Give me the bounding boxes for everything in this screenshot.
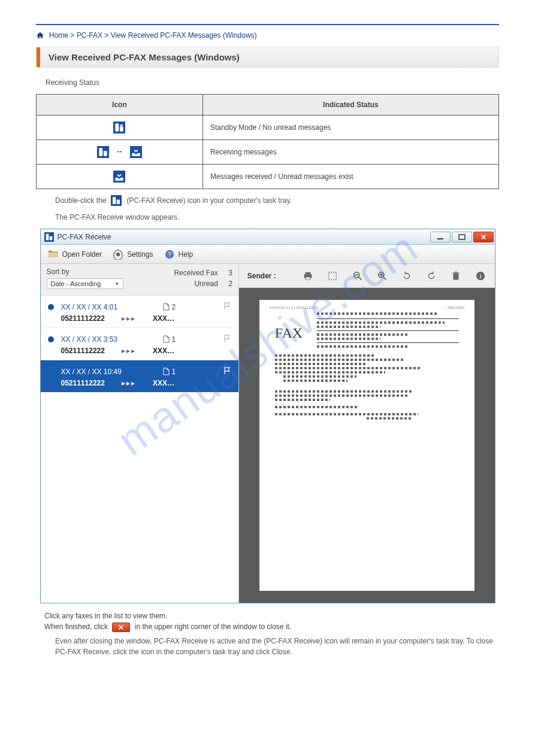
svg-rect-3	[99, 148, 102, 156]
list-item[interactable]: XX / XX / XX 4:01 2 05211112222 ▸▸▸ XXX…	[41, 296, 238, 328]
status-text: Messages received / Unread messages exis…	[202, 165, 498, 189]
sort-row: Sort by Date - Ascending Received Fax3 U…	[41, 264, 238, 296]
fax-sender: XXX…	[153, 379, 174, 387]
minimize-button[interactable]	[430, 232, 451, 242]
rotate-ccw-button[interactable]	[401, 270, 412, 282]
page-count: 1	[163, 335, 211, 344]
fax-title: FAX	[275, 325, 303, 341]
preview-area[interactable]: XX/XX/XX 11:11 05211112222 0001/0001 FAX	[239, 288, 495, 603]
step-line-2: The PC-FAX Receive window appears.	[55, 212, 499, 223]
count-block: Received Fax3 Unread2	[174, 268, 232, 289]
svg-point-11	[116, 252, 120, 256]
svg-rect-1	[120, 126, 123, 131]
sort-select[interactable]: Date - Ascending	[47, 278, 123, 289]
subsection-title: View Received PC-FAX Messages (Windows)	[40, 47, 498, 67]
fax-machine-icon	[97, 146, 109, 158]
fax-list-pane: Sort by Date - Ascending Received Fax3 U…	[41, 264, 239, 603]
menu-label: Settings	[127, 250, 153, 259]
page-count: 2	[163, 303, 211, 311]
close-button[interactable]	[473, 232, 494, 242]
fax-machine-icon	[113, 122, 125, 133]
table-row: Messages received / Unread messages exis…	[37, 165, 499, 189]
svg-rect-2	[120, 125, 123, 126]
menu-label: Open Folder	[62, 250, 102, 259]
table-header-icon: Icon	[37, 95, 203, 116]
svg-text:?: ?	[168, 250, 171, 257]
svg-rect-25	[453, 274, 458, 280]
home-icon	[36, 31, 44, 40]
svg-line-22	[383, 277, 386, 280]
svg-rect-5	[113, 197, 116, 204]
delete-button[interactable]	[450, 270, 461, 282]
subsection-header: View Received PC-FAX Messages (Windows)	[36, 47, 499, 68]
help-icon: ?	[164, 250, 175, 259]
print-button[interactable]	[303, 270, 314, 282]
open-folder-button[interactable]: Open Folder	[48, 250, 102, 259]
inbox-download-icon	[130, 146, 142, 158]
gear-icon	[113, 250, 123, 259]
step-line: Double-click the (PC-FAX Receive) icon i…	[55, 195, 499, 206]
table-row: ↔ Receiving messages	[37, 140, 499, 165]
folder-icon	[48, 250, 59, 259]
app-icon	[44, 232, 54, 242]
page-top-rule	[36, 24, 499, 25]
breadcrumb-text: Home > PC-FAX > View Received PC-FAX Mes…	[49, 31, 257, 40]
menubar: Open Folder Settings ? Help	[41, 245, 495, 264]
info-button[interactable]: i	[474, 270, 486, 282]
svg-rect-10	[459, 235, 465, 239]
status-text: Standby Mode / No unread messages	[202, 116, 498, 140]
fax-number: 05211112222	[61, 314, 105, 323]
fax-datetime: XX / XX / XX 3:53	[61, 335, 127, 344]
list-item[interactable]: XX / XX / XX 10:49 1 05211112222 ▸▸▸ XXX…	[41, 360, 238, 393]
rotate-cw-button[interactable]	[425, 270, 437, 282]
svg-line-19	[358, 277, 361, 280]
intro-paragraph: Receiving Status	[46, 77, 499, 88]
unread-dot-icon	[48, 336, 54, 342]
maximize-button[interactable]	[452, 232, 472, 242]
svg-rect-6	[117, 200, 120, 205]
separator-icon: ▸▸▸	[122, 379, 136, 387]
svg-rect-27	[455, 271, 457, 272]
breadcrumb[interactable]: Home > PC-FAX > View Received PC-FAX Mes…	[36, 31, 499, 40]
zoom-in-button[interactable]	[376, 270, 388, 282]
status-text: Receiving messages	[202, 140, 498, 165]
help-button[interactable]: ? Help	[164, 250, 194, 259]
settings-button[interactable]: Settings	[113, 250, 153, 259]
fax-datetime: XX / XX / XX 4:01	[61, 303, 127, 311]
separator-icon: ▸▸▸	[122, 347, 136, 355]
list-item[interactable]: XX / XX / XX 3:53 1 05211112222 ▸▸▸ XXX…	[41, 328, 238, 360]
sender-label: Sender :	[247, 272, 276, 280]
fax-number: 05211112222	[61, 347, 105, 355]
page-icon	[163, 303, 170, 311]
page-header-left: XX/XX/XX 11:11 05211112222	[269, 306, 318, 309]
fax-sender: XXX…	[153, 347, 174, 355]
fax-sender: XXX…	[153, 314, 174, 323]
fax-page: XX/XX/XX 11:11 05211112222 0001/0001 FAX	[259, 300, 474, 591]
double-arrow-icon: ↔	[116, 147, 123, 156]
flag-icon[interactable]	[223, 302, 231, 312]
table-row: Standby Mode / No unread messages	[37, 116, 499, 140]
flag-icon[interactable]	[223, 366, 231, 377]
post-note: Even after closing the window, PC-FAX Re…	[55, 636, 499, 657]
flag-icon[interactable]	[223, 334, 231, 344]
titlebar: PC-FAX Receive	[41, 229, 495, 245]
unread-dot-icon	[48, 304, 54, 310]
svg-rect-16	[306, 277, 310, 280]
fit-button[interactable]	[327, 270, 338, 282]
inbox-download-icon	[113, 171, 125, 183]
svg-rect-9	[437, 238, 443, 239]
separator-icon: ▸▸▸	[122, 314, 136, 323]
app-window: PC-FAX Receive Open Folder Settings	[40, 229, 495, 603]
zoom-out-button[interactable]	[352, 270, 363, 282]
svg-rect-14	[306, 272, 311, 274]
svg-rect-4	[104, 151, 107, 156]
page-header-right: 0001/0001	[448, 306, 464, 309]
page-icon	[163, 335, 170, 343]
sort-label: Sort by	[47, 268, 123, 276]
svg-rect-26	[452, 272, 459, 274]
status-icon-table: Icon Indicated Status Standby Mode / No …	[36, 94, 499, 189]
table-header-status: Indicated Status	[202, 95, 498, 116]
close-icon	[112, 623, 130, 632]
post-step-1: Click any faxes in the list to view them…	[44, 612, 499, 620]
window-title: PC-FAX Receive	[58, 233, 430, 241]
